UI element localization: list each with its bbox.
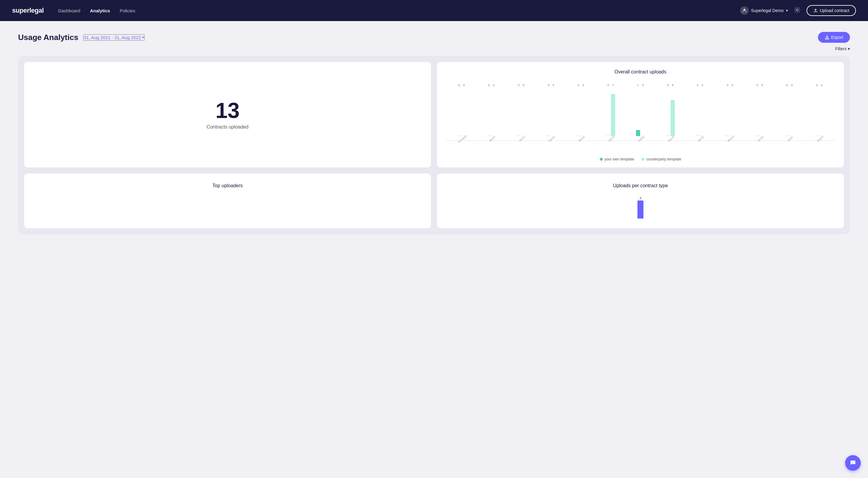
legend-own-label: your own template xyxy=(604,157,634,161)
page-title-row: Usage Analytics 31, Aug 2021 - 31, Aug 2… xyxy=(18,33,145,42)
bar-own-val: 0 xyxy=(606,84,610,87)
svg-point-1 xyxy=(796,9,798,11)
chart-legend: your own template counterparty template xyxy=(445,157,835,161)
legend-counter-dot xyxy=(641,158,644,161)
filters-row: Filters ▾ xyxy=(18,46,850,51)
legend-counter: counterparty template xyxy=(641,157,681,161)
bar-own xyxy=(517,135,521,136)
bar-group: 00Dec'21 xyxy=(566,84,596,141)
top-uploaders-card: Top uploaders xyxy=(24,173,431,228)
bar-x-label: Jan'22 xyxy=(608,136,615,142)
bar-own xyxy=(606,135,610,136)
bar-own xyxy=(547,135,551,136)
bar-group: 06Mar'22 xyxy=(655,84,685,141)
bar-x-label: Dec'21 xyxy=(578,135,586,142)
bar-own-val: 0 xyxy=(487,84,491,87)
bar-own xyxy=(755,135,760,136)
filters-chevron-icon: ▾ xyxy=(848,46,850,51)
logo: superlegal xyxy=(12,7,44,14)
bar-counter xyxy=(671,100,675,136)
bar-group: 10Feb'22 xyxy=(626,84,655,141)
bar-counter-val: 0 xyxy=(581,84,585,87)
nav-links: Dashboard Analytics Policies xyxy=(58,8,135,13)
bar-counter xyxy=(611,94,615,136)
bar-counter-val: 6 xyxy=(671,84,675,87)
bar-group: 00Aug'22 xyxy=(804,84,834,141)
nav-dashboard[interactable]: Dashboard xyxy=(58,8,80,13)
bar-x-label: Mar'22 xyxy=(668,135,675,142)
bar-own-val: 0 xyxy=(547,84,551,87)
bar-own xyxy=(725,135,730,136)
date-range-picker[interactable]: 31, Aug 2021 - 31, Aug 2022 ▾ xyxy=(83,34,145,41)
bar-own xyxy=(636,130,640,136)
bar-counter-val: 0 xyxy=(521,84,526,87)
svg-point-0 xyxy=(744,9,745,10)
bar-own xyxy=(695,135,700,136)
legend-own: your own template xyxy=(600,157,634,161)
bar-own-val: 0 xyxy=(785,84,789,87)
top-uploaders-title: Top uploaders xyxy=(34,183,421,189)
nav-policies[interactable]: Policies xyxy=(120,8,135,13)
chat-button[interactable] xyxy=(845,455,861,471)
mini-bar-value: 4 xyxy=(640,197,641,200)
legend-own-dot xyxy=(600,158,603,161)
bar-counter-val: 0 xyxy=(701,84,705,87)
bar-counter-val: 0 xyxy=(730,84,735,87)
bar-x-label: Aug'22 xyxy=(816,135,824,142)
settings-button[interactable] xyxy=(794,7,801,15)
bar-x-label: Jun'22 xyxy=(757,136,764,142)
upload-contract-button[interactable]: Upload contract xyxy=(807,5,856,16)
bar-own xyxy=(785,135,789,136)
user-info[interactable]: Superlegal Demo ▾ xyxy=(740,6,788,15)
user-chevron-icon: ▾ xyxy=(786,8,788,13)
bar-group: 00May'22 xyxy=(715,84,745,141)
contracts-label: Contracts uploaded xyxy=(207,124,249,130)
bar-x-label: Oct'21 xyxy=(519,136,526,142)
bar-group: 00Jul'22 xyxy=(775,84,804,141)
bar-chart: 0031 Aug'2100Sep'2100Oct'2100Nov'2100Dec… xyxy=(445,81,835,141)
bar-counter-val: 0 xyxy=(760,84,764,87)
uploads-per-type-title: Uploads per contract type xyxy=(447,183,834,189)
bar-own xyxy=(457,135,461,136)
bar-counter-val: 0 xyxy=(820,84,824,87)
bar-own xyxy=(666,135,670,136)
bar-own-val: 0 xyxy=(666,84,670,87)
contracts-uploaded-card: 13 Contracts uploaded xyxy=(24,62,431,167)
bar-own-val: 0 xyxy=(695,84,700,87)
page-content: Usage Analytics 31, Aug 2021 - 31, Aug 2… xyxy=(0,21,868,245)
mini-bar xyxy=(638,201,644,218)
analytics-grid: 13 Contracts uploaded Overall contract u… xyxy=(18,56,850,234)
export-button[interactable]: Export xyxy=(818,32,850,43)
overall-chart-title: Overall contract uploads xyxy=(445,69,835,75)
overall-uploads-card: Overall contract uploads 0031 Aug'2100Se… xyxy=(437,62,844,167)
bar-own-val: 0 xyxy=(725,84,730,87)
bar-group: 00Jun'22 xyxy=(745,84,775,141)
bar-group: 00Apr'22 xyxy=(685,84,715,141)
uploads-per-type-card: Uploads per contract type 4 xyxy=(437,173,844,228)
bar-own xyxy=(576,135,581,136)
svg-rect-2 xyxy=(825,38,829,39)
bar-counter-val: 0 xyxy=(641,84,645,87)
bar-group: 0031 Aug'21 xyxy=(447,84,476,141)
mini-bar-group: 4 xyxy=(638,197,644,218)
bar-x-label: May'22 xyxy=(727,135,735,142)
bar-group: 00Oct'21 xyxy=(506,84,536,141)
user-icon xyxy=(740,6,749,15)
bar-group: 00Sep'21 xyxy=(476,84,506,141)
bar-group: 07Jan'22 xyxy=(596,84,626,141)
gear-icon xyxy=(794,7,801,13)
bar-own-val: 0 xyxy=(457,84,461,87)
contracts-count: 13 xyxy=(216,100,240,121)
navbar-right: Superlegal Demo ▾ Upload contract xyxy=(740,5,856,16)
nav-analytics[interactable]: Analytics xyxy=(90,8,110,13)
filters-button[interactable]: Filters ▾ xyxy=(835,46,850,51)
export-icon xyxy=(825,35,830,40)
grid-top-row: 13 Contracts uploaded Overall contract u… xyxy=(24,62,844,167)
bar-counter-val: 0 xyxy=(462,84,466,87)
bar-own-val: 0 xyxy=(576,84,581,87)
bar-x-label: Nov'21 xyxy=(548,135,556,142)
chat-icon xyxy=(849,459,857,467)
uploads-per-type-chart: 4 xyxy=(447,195,834,218)
bar-own xyxy=(487,135,491,136)
bar-own-val: 0 xyxy=(815,84,819,87)
